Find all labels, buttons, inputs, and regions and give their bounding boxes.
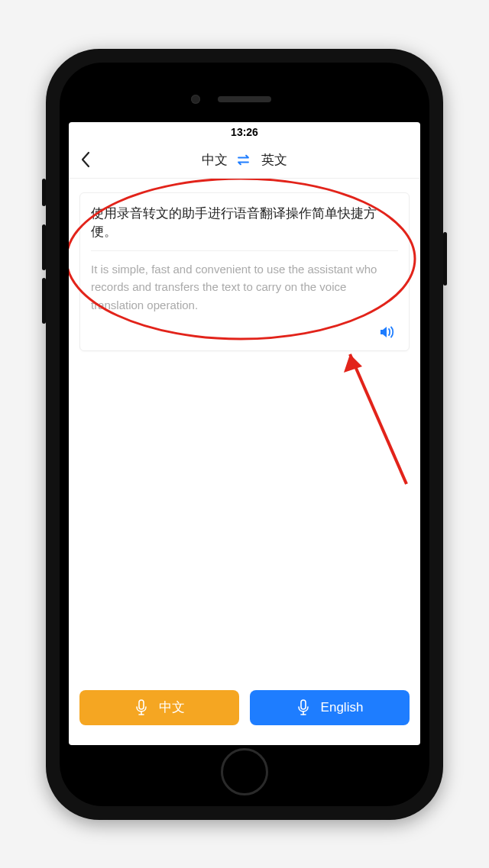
source-text: 使用录音转文的助手进行语音翻译操作简单快捷方便。 <box>91 204 398 242</box>
svg-rect-6 <box>301 700 306 709</box>
mute-switch <box>42 179 46 206</box>
footer-bar: 中文 English <box>69 679 420 745</box>
power-button <box>443 232 447 286</box>
record-english-button[interactable]: English <box>250 690 410 725</box>
svg-rect-3 <box>139 700 144 709</box>
earpiece-speaker <box>218 96 271 102</box>
record-chinese-button[interactable]: 中文 <box>79 690 239 725</box>
swap-icon <box>237 154 252 165</box>
card-footer <box>91 314 398 343</box>
status-bar: 13:26 <box>69 122 420 142</box>
translation-card: 使用录音转文的助手进行语音翻译操作简单快捷方便。 It is simple, f… <box>79 192 410 351</box>
back-button[interactable] <box>69 143 102 176</box>
source-language-label: 中文 <box>202 151 228 169</box>
card-divider <box>91 250 398 251</box>
microphone-icon <box>134 699 148 716</box>
speaker-icon <box>379 324 396 340</box>
phone-bezel: 13:26 中文 英文 <box>60 63 429 806</box>
phone-screen: 13:26 中文 英文 <box>69 122 420 745</box>
status-time: 13:26 <box>231 126 258 138</box>
svg-marker-2 <box>344 354 362 373</box>
translated-text: It is simple, fast and convenient to use… <box>91 260 398 314</box>
volume-up-button <box>42 224 46 270</box>
microphone-icon <box>296 699 310 716</box>
target-language-label: 英文 <box>261 151 287 169</box>
front-camera <box>191 95 200 104</box>
play-audio-button[interactable] <box>377 321 398 343</box>
language-switcher[interactable]: 中文 英文 <box>202 151 287 169</box>
nav-bar: 中文 英文 <box>69 142 420 179</box>
content-area: 使用录音转文的助手进行语音翻译操作简单快捷方便。 It is simple, f… <box>69 179 420 679</box>
record-chinese-label: 中文 <box>159 699 185 716</box>
chevron-left-icon <box>80 151 91 168</box>
svg-line-1 <box>350 354 406 484</box>
record-english-label: English <box>321 700 364 715</box>
home-button[interactable] <box>221 748 268 795</box>
volume-down-button <box>42 278 46 324</box>
phone-device-frame: 13:26 中文 英文 <box>46 49 443 820</box>
